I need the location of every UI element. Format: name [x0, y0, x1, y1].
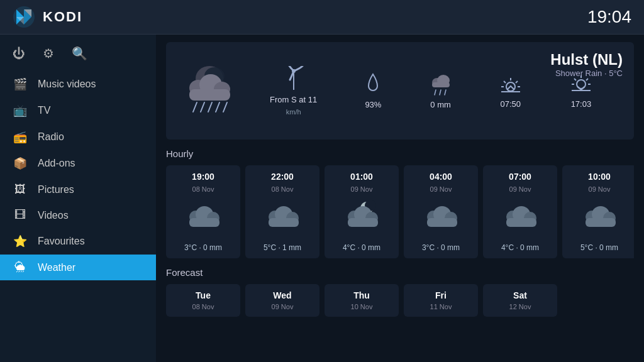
- sidebar-label-radio: Radio: [38, 131, 64, 143]
- hourly-header: Hourly: [166, 148, 634, 159]
- sidebar-item-favourites[interactable]: ⭐ Favourites: [0, 228, 156, 255]
- sidebar-label-tv: TV: [38, 105, 50, 116]
- hourly-temp: 3°C · 0 mm: [422, 243, 460, 252]
- svg-line-23: [445, 90, 446, 95]
- svg-rect-20: [432, 82, 450, 87]
- forecast-card[interactable]: Fri11 Nov: [404, 284, 478, 317]
- hourly-card[interactable]: 07:0009 Nov4°C · 0 mm: [483, 165, 557, 258]
- hourly-weather-icon: [501, 199, 539, 237]
- kodi-logo: [13, 6, 35, 28]
- hourly-time: 04:00: [430, 172, 452, 182]
- hourly-temp: 4°C · 0 mm: [343, 243, 380, 252]
- forecast-date: 12 Nov: [509, 303, 531, 310]
- sidebar-label-pictures: Pictures: [38, 184, 74, 195]
- svg-rect-59: [506, 218, 536, 227]
- hourly-date: 09 Nov: [509, 185, 531, 193]
- header: KODI 19:04: [0, 0, 644, 35]
- wind-turbine-icon: [282, 66, 305, 91]
- forecast-date: 11 Nov: [430, 303, 452, 310]
- sidebar-item-pictures[interactable]: 🖼 Pictures: [0, 177, 156, 202]
- city-name: Hulst (NL): [550, 51, 623, 69]
- forecast-card[interactable]: Tue08 Nov: [166, 284, 240, 317]
- cloud-rain-large-icon: [179, 63, 239, 119]
- hourly-date: 09 Nov: [351, 185, 373, 193]
- music-videos-icon: 🎬: [13, 77, 28, 91]
- hourly-temp: 4°C · 0 mm: [501, 243, 539, 252]
- hourly-card[interactable]: 19:0008 Nov3°C · 0 mm: [166, 165, 240, 258]
- addons-icon: 📦: [13, 156, 28, 170]
- weather-location: Hulst (NL) Shower Rain · 5°C: [550, 51, 623, 78]
- sunset-value: 17:03: [571, 99, 592, 109]
- weather-icon: 🌦: [13, 261, 28, 274]
- svg-line-22: [440, 90, 441, 95]
- weather-condition: Shower Rain · 5°C: [550, 69, 623, 78]
- svg-line-21: [435, 90, 436, 95]
- hourly-date: 08 Nov: [272, 185, 294, 193]
- wind-stat: From S at 11 km/h: [270, 66, 317, 116]
- weather-main-icon: [177, 60, 240, 123]
- wind-value: From S at 11: [270, 95, 317, 104]
- forecast-day: Fri: [435, 290, 447, 300]
- hourly-weather-icon: [264, 199, 301, 237]
- sunset-stat: 17:03: [569, 73, 593, 109]
- sidebar: ⏻ ⚙ 🔍 🎬 Music videos 📺 TV 📻 Radio 📦 Add-…: [0, 35, 156, 362]
- hourly-card[interactable]: 01:0009 Nov4°C · 0 mm: [325, 165, 399, 258]
- hourly-card[interactable]: 04:0009 Nov3°C · 0 mm: [404, 165, 478, 258]
- app-title: KODI: [43, 9, 82, 25]
- main-layout: ⏻ ⚙ 🔍 🎬 Music videos 📺 TV 📻 Radio 📦 Add-…: [0, 35, 644, 362]
- hourly-time: 01:00: [350, 172, 373, 182]
- sidebar-item-videos[interactable]: 🎞 Videos: [0, 202, 156, 228]
- forecast-card[interactable]: Sat12 Nov: [483, 284, 557, 317]
- svg-line-14: [216, 102, 219, 112]
- clock-display: 19:04: [587, 7, 631, 27]
- humidity-stat: 93%: [364, 72, 382, 109]
- forecast-header: Forecast: [166, 267, 634, 278]
- rain-value: 0 mm: [430, 100, 451, 109]
- videos-icon: 🎞: [13, 209, 28, 222]
- forecast-date: 09 Nov: [272, 303, 294, 310]
- svg-line-34: [586, 79, 588, 80]
- forecast-day: Thu: [353, 290, 370, 300]
- hourly-time: 10:00: [588, 172, 611, 182]
- svg-rect-55: [427, 218, 457, 227]
- rain-cloud-icon: [430, 72, 452, 96]
- sidebar-item-addons[interactable]: 📦 Add-ons: [0, 150, 156, 177]
- hourly-time: 19:00: [192, 172, 214, 182]
- hourly-weather-icon: [184, 199, 222, 237]
- forecast-date: 10 Nov: [351, 303, 373, 310]
- svg-line-11: [193, 102, 197, 112]
- hourly-time: 22:00: [271, 172, 294, 182]
- weather-current-block: From S at 11 km/h 93%: [166, 42, 634, 140]
- sidebar-item-radio[interactable]: 📻 Radio: [0, 124, 156, 150]
- svg-line-26: [504, 81, 506, 83]
- forecast-card[interactable]: Thu10 Nov: [325, 284, 399, 317]
- tv-icon: 📺: [13, 104, 28, 118]
- sunrise-icon: [499, 73, 523, 96]
- sidebar-item-tv[interactable]: 📺 TV: [0, 97, 156, 124]
- hourly-temp: 5°C · 1 mm: [264, 243, 301, 252]
- svg-line-27: [516, 81, 518, 83]
- hourly-date: 09 Nov: [430, 185, 452, 193]
- sunrise-value: 07:50: [500, 99, 521, 109]
- wind-label: km/h: [286, 108, 301, 116]
- hourly-list: 19:0008 Nov3°C · 0 mm22:0008 Nov5°C · 1 …: [166, 165, 634, 258]
- forecast-card[interactable]: Wed09 Nov: [245, 284, 319, 317]
- svg-rect-63: [586, 218, 616, 227]
- settings-icon[interactable]: ⚙: [43, 46, 54, 61]
- forecast-day: Sat: [513, 290, 527, 300]
- sidebar-item-music-videos[interactable]: 🎬 Music videos: [0, 71, 156, 97]
- header-left: KODI: [13, 6, 82, 28]
- sidebar-item-weather[interactable]: 🌦 Weather: [0, 255, 156, 280]
- humidity-value: 93%: [365, 100, 381, 109]
- hourly-card[interactable]: 10:0009 Nov5°C · 0 mm: [562, 165, 634, 258]
- search-icon[interactable]: 🔍: [72, 46, 87, 61]
- forecast-section: Forecast Tue08 NovWed09 NovThu10 NovFri1…: [166, 267, 634, 317]
- sidebar-label-addons: Add-ons: [38, 158, 75, 169]
- svg-line-13: [208, 102, 212, 112]
- sidebar-top-icons: ⏻ ⚙ 🔍: [0, 40, 156, 71]
- sidebar-label-favourites: Favourites: [38, 236, 85, 247]
- svg-rect-10: [189, 89, 230, 101]
- svg-rect-51: [348, 218, 378, 227]
- hourly-card[interactable]: 22:0008 Nov5°C · 1 mm: [245, 165, 319, 258]
- power-icon[interactable]: ⏻: [13, 47, 25, 61]
